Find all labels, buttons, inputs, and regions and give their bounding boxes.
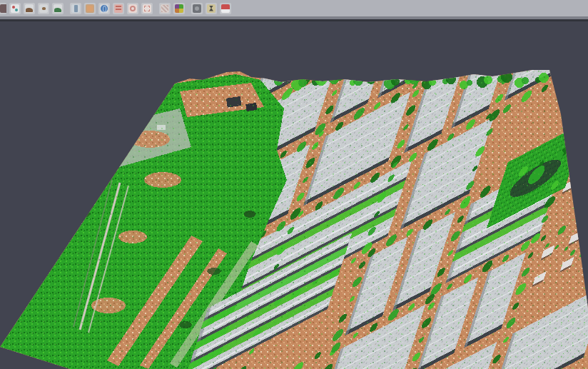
globe-icon[interactable]	[98, 3, 110, 14]
3d-viewport[interactable]	[0, 0, 588, 369]
clipped-tool-icon-glyph	[0, 4, 6, 13]
ortho-icon[interactable]	[84, 3, 96, 14]
classification-palette-icon[interactable]	[173, 3, 185, 14]
crop-icon[interactable]	[141, 3, 153, 14]
raster-icon-glyph	[161, 4, 169, 13]
ortho-icon-glyph	[86, 4, 94, 13]
profile-icon[interactable]	[70, 3, 81, 14]
raster-icon[interactable]	[159, 3, 171, 14]
eraser-icon[interactable]	[220, 3, 231, 14]
toolbar	[0, 0, 588, 16]
classify-points-icon[interactable]	[9, 3, 21, 14]
toolbar-group	[191, 3, 231, 14]
classify-points-icon-glyph	[11, 4, 19, 13]
ground-points-icon-glyph	[39, 4, 48, 13]
application-window	[0, 0, 588, 369]
dem-brown-icon[interactable]	[24, 3, 35, 14]
ground-points-icon[interactable]	[38, 3, 49, 14]
dem-brown-icon-glyph	[25, 4, 34, 13]
dem-green-icon[interactable]	[52, 3, 64, 14]
camera-icon[interactable]	[191, 3, 203, 14]
hourglass-icon[interactable]	[206, 3, 217, 14]
viewport-canvas[interactable]	[0, 0, 588, 369]
hourglass-icon-glyph	[207, 4, 216, 13]
crop-icon-glyph	[143, 4, 151, 13]
ring-tool-icon-glyph	[128, 4, 137, 13]
eraser-icon-glyph	[221, 4, 230, 13]
toolbar-separator	[0, 19, 588, 21]
dem-green-icon-glyph	[54, 4, 62, 13]
toolbar-group	[70, 3, 153, 14]
toolbar-group	[159, 3, 185, 14]
profile-icon-glyph	[71, 4, 80, 13]
camera-icon-glyph	[193, 4, 201, 13]
clipped-tool-icon[interactable]	[0, 3, 6, 14]
ring-tool-icon[interactable]	[127, 3, 138, 14]
toolbar-group	[0, 3, 64, 14]
globe-icon-glyph	[100, 4, 108, 13]
layers-icon[interactable]	[113, 3, 124, 14]
layers-icon-glyph	[114, 4, 123, 13]
classification-palette-icon-glyph	[175, 4, 183, 13]
